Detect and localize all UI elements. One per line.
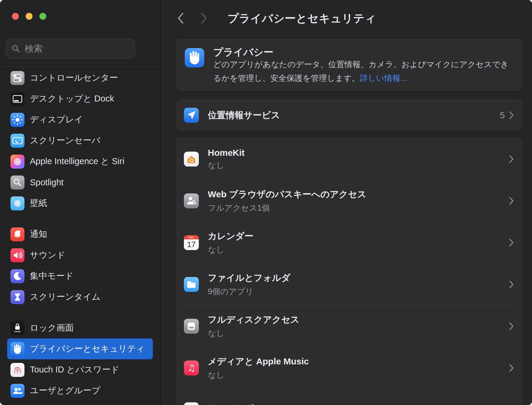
touch-id-icon	[10, 363, 24, 377]
privacy-banner-card: プライバシー どのアプリがあなたのデータ、位置情報、カメラ、およびマイクにアクセ…	[177, 39, 522, 90]
banner-title: プライバシー	[213, 46, 273, 59]
back-button[interactable]	[177, 12, 184, 24]
close-button[interactable]	[12, 13, 19, 20]
passkeys-icon	[184, 193, 199, 208]
wallpaper-icon	[10, 196, 24, 210]
sidebar: コントロールセンター デスクトップと Dock ディスプレイ	[0, 0, 161, 405]
location-services-row[interactable]: 位置情報サービス 5	[177, 100, 522, 130]
sidebar-item-sound[interactable]: サウンド	[0, 245, 161, 266]
sidebar-item-label: 通知	[30, 228, 47, 240]
zoom-button[interactable]	[39, 13, 46, 20]
sidebar-item-label: サウンド	[30, 249, 65, 261]
row-title: HomeKit	[208, 148, 245, 158]
row-subtitle: 9個のアプリ	[208, 286, 290, 297]
sidebar-item-control-center[interactable]: コントロールセンター	[0, 67, 161, 88]
privacy-hand-icon	[185, 48, 204, 67]
media-apple-music-icon: ♫	[184, 361, 199, 375]
sidebar-item-label: 集中モード	[30, 270, 73, 282]
calendar-day: 17	[184, 239, 199, 250]
sidebar-item-label: Touch ID とパスワード	[30, 364, 119, 376]
location-services-card: 位置情報サービス 5	[177, 100, 522, 130]
sidebar-item-label: プライバシーとセキュリティ	[30, 343, 145, 355]
row-title: フルディスクアクセス	[208, 314, 299, 326]
chevron-right-icon	[509, 155, 514, 163]
row-subtitle: なし	[208, 328, 299, 339]
chevron-right-icon	[509, 197, 514, 205]
sidebar-item-label: ユーザとグループ	[30, 385, 100, 397]
chevron-right-icon	[509, 322, 514, 330]
row-title: リマインダー	[208, 403, 263, 405]
chevron-right-icon	[509, 111, 514, 119]
focus-icon	[10, 269, 24, 283]
sidebar-item-lock-screen[interactable]: ロック画面	[0, 318, 161, 338]
calendar-icon: JUL 17	[184, 235, 199, 250]
files-folders-row[interactable]: ファイルとフォルダ 9個のアプリ	[177, 264, 522, 305]
minimize-button[interactable]	[26, 13, 33, 20]
desktop-dock-icon	[10, 92, 24, 106]
display-icon	[10, 113, 24, 127]
sidebar-item-focus[interactable]: 集中モード	[0, 266, 161, 287]
row-subtitle: なし	[208, 244, 253, 255]
sidebar-item-users-groups[interactable]: ユーザとグループ	[0, 380, 161, 401]
users-groups-icon	[10, 384, 24, 398]
row-subtitle: フルアクセス1個	[208, 203, 366, 213]
sidebar-item-label: 壁紙	[30, 197, 47, 209]
forward-button[interactable]	[201, 12, 207, 24]
traffic-lights	[12, 13, 46, 20]
sidebar-item-apple-intelligence-siri[interactable]: Apple Intelligence と Siri	[0, 151, 161, 172]
row-title: ファイルとフォルダ	[208, 272, 290, 284]
sidebar-item-label: コントロールセンター	[30, 72, 118, 84]
row-title: Web ブラウザのパスキーへのアクセス	[208, 188, 366, 201]
chevron-right-icon	[509, 280, 514, 289]
sidebar-item-label: Apple Intelligence と Siri	[30, 155, 124, 167]
page-title: プライバシーとセキュリティ	[227, 11, 376, 26]
sidebar-item-label: スクリーンセーバ	[30, 135, 100, 147]
music-note-glyph: ♫	[187, 364, 195, 372]
sidebar-item-desktop-dock[interactable]: デスクトップと Dock	[0, 88, 161, 109]
control-center-icon	[10, 71, 24, 85]
chevron-right-icon	[509, 364, 514, 372]
sidebar-nav: コントロールセンター デスクトップと Dock ディスプレイ	[0, 67, 161, 401]
full-disk-access-icon	[184, 319, 199, 334]
calendar-row[interactable]: JUL 17 カレンダー なし	[177, 222, 522, 264]
notifications-icon	[10, 227, 24, 241]
sidebar-item-label: スクリーンタイム	[30, 291, 101, 303]
location-services-icon	[184, 108, 199, 123]
passkeys-row[interactable]: Web ブラウザのパスキーへのアクセス フルアクセス1個	[177, 180, 522, 222]
sound-icon	[10, 248, 24, 262]
search-icon	[12, 44, 20, 53]
media-apple-music-row[interactable]: ♫ メディアと Apple Music なし	[177, 347, 522, 389]
calendar-month: JUL	[184, 235, 199, 239]
screen-time-icon	[10, 290, 24, 304]
sidebar-divider	[0, 66, 161, 67]
reminders-row[interactable]: リマインダー	[177, 389, 522, 405]
banner-description: どのアプリがあなたのデータ、位置情報、カメラ、およびマイクにアクセスできるかを管…	[213, 58, 515, 85]
learn-more-link[interactable]: 詳しい情報...	[360, 74, 407, 83]
sidebar-item-notifications[interactable]: 通知	[0, 224, 161, 245]
spotlight-icon	[10, 175, 24, 190]
sidebar-item-screen-time[interactable]: スクリーンタイム	[0, 287, 161, 307]
full-disk-access-row[interactable]: フルディスクアクセス なし	[177, 305, 522, 347]
screen-saver-icon	[10, 134, 24, 148]
main-panel: プライバシーとセキュリティ プライバシー どのアプリがあなたのデータ、位置情報、…	[161, 0, 532, 405]
sidebar-item-screen-saver[interactable]: スクリーンセーバ	[0, 130, 161, 151]
homekit-row[interactable]: HomeKit なし	[177, 138, 522, 180]
sidebar-item-label: ロック画面	[30, 322, 74, 334]
sidebar-item-spotlight[interactable]: Spotlight	[0, 172, 161, 193]
sidebar-item-label: Spotlight	[30, 178, 64, 187]
system-settings-window: コントロールセンター デスクトップと Dock ディスプレイ	[0, 0, 532, 405]
reminders-icon	[184, 402, 199, 405]
sidebar-item-label: デスクトップと Dock	[30, 93, 114, 105]
privacy-security-icon	[10, 342, 24, 356]
search-field[interactable]	[6, 39, 135, 58]
sidebar-item-touch-id[interactable]: Touch ID とパスワード	[0, 359, 161, 380]
sidebar-item-privacy-security[interactable]: プライバシーとセキュリティ	[7, 338, 153, 359]
row-subtitle: なし	[208, 160, 245, 171]
sidebar-item-wallpaper[interactable]: 壁紙	[0, 193, 161, 214]
privacy-list-card: HomeKit なし Web ブラウザのパスキーへのアクセス フルアクセス1個	[177, 138, 522, 405]
apple-intelligence-icon	[10, 155, 24, 169]
search-input[interactable]	[24, 43, 124, 54]
sidebar-item-displays[interactable]: ディスプレイ	[0, 109, 161, 130]
row-title: カレンダー	[208, 230, 253, 242]
chevron-right-icon	[509, 238, 514, 247]
